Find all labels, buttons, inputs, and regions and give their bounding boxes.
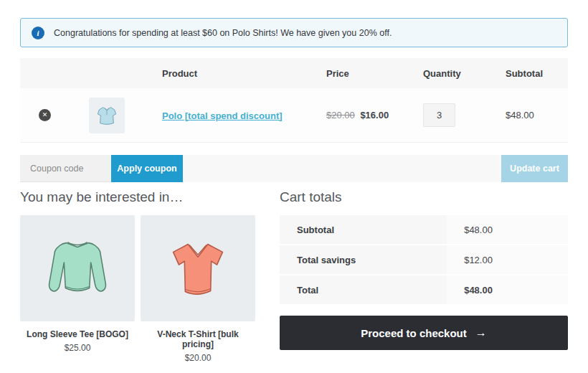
remove-cell: ✕ <box>20 109 66 121</box>
remove-item-button[interactable]: ✕ <box>39 109 51 121</box>
cross-sell-card-long-sleeve: Long Sleeve Tee [BOGO] $25.00 <box>20 215 135 363</box>
apply-coupon-button[interactable]: Apply coupon <box>111 155 183 182</box>
quantity-input[interactable] <box>423 103 455 127</box>
cart-page: i Congratulations for spending at least … <box>0 0 588 363</box>
cart-table: Product Price Quantity Subtotal ✕ <box>20 58 568 182</box>
long-sleeve-tee-image[interactable] <box>20 215 135 321</box>
coupon-code-input[interactable] <box>20 155 111 182</box>
cross-sells-section: You may be interested in… Long Sleeve Te… <box>20 189 255 363</box>
long-sleeve-tee-icon <box>33 226 122 311</box>
totals-label: Subtotal <box>280 215 447 245</box>
subtotal-cell: $48.00 <box>506 110 568 121</box>
subtotal-column-header: Subtotal <box>506 68 568 79</box>
info-icon: i <box>32 27 44 39</box>
update-cart-button[interactable]: Update cart <box>501 155 568 182</box>
thumbnail-cell <box>66 98 145 133</box>
v-neck-tshirt-image[interactable] <box>141 215 255 321</box>
v-neck-tshirt-icon <box>153 226 242 311</box>
polo-shirt-icon <box>93 101 121 130</box>
notice-text: Congratulations for spending at least $6… <box>54 28 392 38</box>
totals-label: Total <box>280 275 447 306</box>
product-link[interactable]: Polo [total spend discount] <box>162 110 283 121</box>
cross-sell-price: $20.00 <box>141 353 255 363</box>
cross-sells-heading: You may be interested in… <box>20 189 255 205</box>
cart-item-row: ✕ Polo [total spend discount] $20.00 $16… <box>20 88 568 143</box>
regular-price: $20.00 <box>326 110 355 121</box>
sale-price: $16.00 <box>360 110 389 121</box>
cross-sell-name[interactable]: V-Neck T-Shirt [bulk pricing] <box>141 329 255 349</box>
totals-row-subtotal: Subtotal $48.00 <box>280 215 568 245</box>
discount-notice: i Congratulations for spending at least … <box>20 18 568 47</box>
cross-sell-price: $25.00 <box>20 343 135 353</box>
totals-row-savings: Total savings $12.00 <box>280 245 568 275</box>
remove-x-icon: ✕ <box>42 109 48 121</box>
cart-actions-bar: Apply coupon Update cart <box>20 155 568 182</box>
totals-value: $12.00 <box>447 245 568 275</box>
arrow-right-icon: → <box>475 326 487 339</box>
quantity-column-header: Quantity <box>423 68 506 79</box>
cart-totals-table: Subtotal $48.00 Total savings $12.00 Tot… <box>280 215 568 306</box>
product-cell: Polo [total spend discount] <box>145 109 326 122</box>
totals-label: Total savings <box>280 245 447 275</box>
cart-totals-section: Cart totals Subtotal $48.00 Total saving… <box>280 189 568 363</box>
quantity-cell <box>423 103 506 127</box>
price-column-header: Price <box>326 68 423 79</box>
cross-sell-card-v-neck: V-Neck T-Shirt [bulk pricing] $20.00 <box>141 215 255 363</box>
totals-row-total: Total $48.00 <box>280 275 568 306</box>
cross-sell-products: Long Sleeve Tee [BOGO] $25.00 V-Neck T-S… <box>20 215 255 363</box>
product-column-header: Product <box>145 68 326 79</box>
totals-value: $48.00 <box>447 275 568 306</box>
checkout-label: Proceed to checkout <box>361 327 467 339</box>
price-cell: $20.00 $16.00 <box>326 110 423 121</box>
cross-sell-name[interactable]: Long Sleeve Tee [BOGO] <box>20 329 135 339</box>
totals-value: $48.00 <box>447 215 568 245</box>
cart-table-header: Product Price Quantity Subtotal <box>20 58 568 88</box>
cart-totals-heading: Cart totals <box>280 189 568 205</box>
bottom-section: You may be interested in… Long Sleeve Te… <box>20 189 568 363</box>
product-thumbnail[interactable] <box>89 98 125 133</box>
proceed-to-checkout-button[interactable]: Proceed to checkout → <box>280 316 568 350</box>
